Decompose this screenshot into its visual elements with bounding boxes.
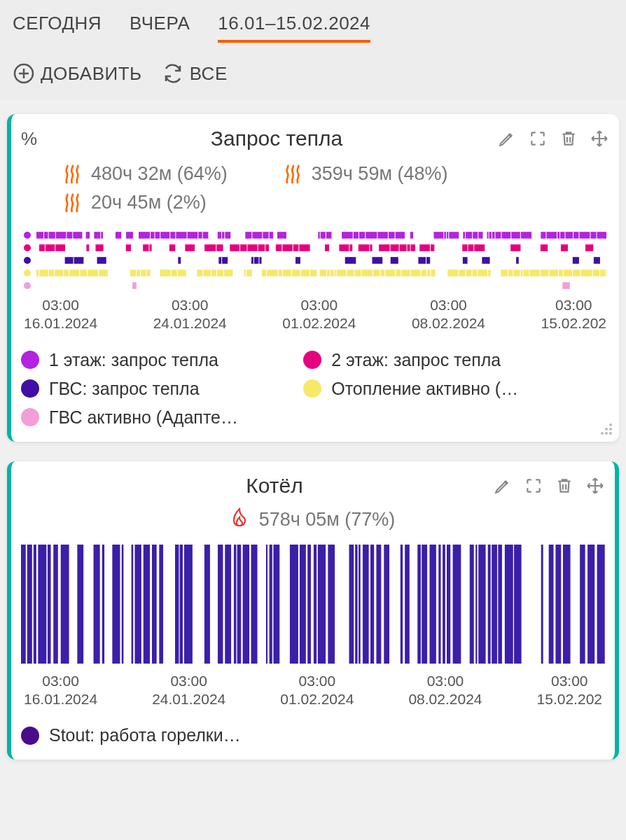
trash-icon[interactable] [555, 476, 574, 496]
svg-rect-62 [590, 232, 596, 239]
svg-rect-217 [175, 545, 179, 664]
svg-rect-106 [97, 257, 106, 264]
heat-wave-icon [63, 164, 81, 185]
svg-rect-52 [501, 232, 510, 239]
svg-rect-156 [331, 270, 334, 276]
add-label: ДОБАВИТЬ [41, 63, 142, 85]
svg-rect-184 [550, 270, 559, 276]
svg-rect-226 [251, 545, 258, 664]
svg-rect-222 [225, 545, 231, 664]
svg-rect-1 [36, 232, 43, 239]
svg-rect-28 [277, 232, 286, 239]
svg-rect-251 [453, 545, 461, 664]
expand-icon[interactable] [528, 129, 548, 148]
refresh-all-button[interactable]: ВСЕ [162, 62, 228, 85]
tab-today[interactable]: СЕГОДНЯ [13, 13, 102, 43]
pencil-icon[interactable] [497, 129, 517, 148]
svg-rect-204 [48, 545, 51, 664]
svg-rect-250 [447, 545, 450, 664]
svg-rect-113 [295, 257, 300, 264]
svg-rect-111 [254, 257, 258, 264]
svg-rect-192 [132, 282, 137, 289]
heat-wave-icon [284, 164, 302, 185]
svg-rect-53 [511, 232, 520, 239]
svg-rect-31 [326, 232, 332, 239]
svg-rect-125 [39, 270, 48, 276]
svg-rect-191 [606, 270, 606, 276]
axis-tick: 03:0015.02.202 [541, 296, 606, 333]
stat-item: 480ч 32м (64%) [63, 163, 228, 185]
svg-rect-69 [126, 244, 131, 251]
svg-rect-48 [487, 232, 489, 239]
legend-item[interactable]: 1 этаж: запрос тепла [21, 346, 303, 374]
svg-rect-132 [99, 270, 108, 276]
axis-tick: 03:0024.01.2024 [152, 672, 225, 709]
svg-rect-213 [134, 545, 141, 664]
svg-rect-11 [126, 232, 133, 239]
svg-rect-4 [56, 232, 67, 239]
svg-rect-105 [74, 257, 84, 264]
move-icon[interactable] [590, 129, 609, 148]
axis-tick: 03:0024.01.2024 [153, 296, 227, 333]
resize-handle-icon[interactable] [597, 419, 613, 436]
axis-tick: 03:0015.02.202 [537, 672, 602, 709]
axis-tick: 03:0001.02.2024 [282, 296, 356, 333]
svg-rect-54 [521, 232, 531, 239]
card-title: Запрос тепла [56, 127, 497, 150]
legend-label: 2 этаж: запрос тепла [331, 350, 501, 370]
svg-rect-164 [385, 270, 395, 276]
timeline-chart[interactable] [21, 230, 609, 290]
axis-tick: 03:0008.02.2024 [408, 672, 482, 709]
svg-rect-186 [564, 270, 572, 276]
svg-rect-133 [130, 270, 136, 276]
svg-rect-72 [169, 244, 175, 251]
svg-rect-141 [203, 270, 211, 276]
svg-rect-61 [580, 232, 590, 239]
move-icon[interactable] [585, 476, 605, 496]
pencil-icon[interactable] [493, 476, 513, 496]
svg-point-195 [605, 432, 608, 435]
legend-item[interactable]: ГВС: запрос тепла [21, 374, 303, 403]
expand-icon[interactable] [524, 476, 543, 496]
legend-item[interactable]: Отопление активно (… [303, 374, 585, 403]
stats: 578ч 05м (77%) [21, 507, 605, 532]
trash-icon[interactable] [559, 129, 578, 148]
timeline-chart[interactable] [21, 545, 605, 666]
svg-rect-144 [224, 270, 232, 276]
svg-rect-146 [246, 270, 252, 276]
legend-label: Stout: работа горелки… [49, 725, 241, 746]
svg-rect-145 [244, 270, 246, 276]
svg-rect-40 [434, 232, 444, 239]
svg-rect-149 [279, 270, 282, 276]
svg-rect-200 [21, 545, 26, 664]
svg-rect-224 [237, 545, 242, 664]
legend-item[interactable]: ГВС активно (Адапте… [21, 403, 303, 432]
svg-rect-177 [501, 270, 508, 276]
svg-rect-238 [359, 545, 361, 664]
svg-rect-138 [172, 270, 177, 276]
add-button[interactable]: ДОБАВИТЬ [13, 62, 142, 85]
svg-rect-79 [258, 244, 265, 251]
legend-item[interactable]: Stout: работа горелки… [21, 721, 301, 750]
date-tabs: СЕГОДНЯ ВЧЕРА 16.01–15.02.2024 [13, 13, 613, 43]
svg-rect-42 [447, 232, 448, 239]
tab-date-range[interactable]: 16.01–15.02.2024 [218, 13, 370, 43]
svg-rect-83 [293, 244, 299, 251]
svg-rect-208 [94, 545, 100, 664]
svg-rect-107 [178, 257, 181, 264]
svg-rect-51 [495, 232, 501, 239]
svg-rect-131 [88, 270, 98, 276]
svg-rect-233 [314, 545, 317, 664]
svg-rect-2 [44, 232, 48, 239]
tab-yesterday[interactable]: ВЧЕРА [130, 13, 190, 43]
svg-rect-33 [354, 232, 359, 239]
svg-rect-237 [355, 545, 357, 664]
svg-rect-154 [320, 270, 327, 276]
svg-rect-209 [102, 545, 104, 664]
svg-rect-68 [95, 244, 103, 251]
svg-rect-256 [492, 545, 497, 664]
legend-item[interactable]: 2 этаж: запрос тепла [303, 346, 585, 374]
svg-rect-115 [372, 257, 382, 264]
svg-rect-148 [267, 270, 277, 276]
svg-rect-265 [587, 545, 594, 664]
